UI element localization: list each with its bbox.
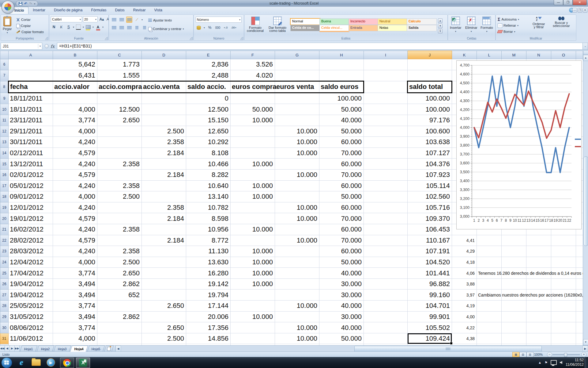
- cell-B31[interactable]: 4,000: [53, 333, 97, 344]
- decrease-decimal-button[interactable]: .00»: [231, 25, 237, 31]
- row-header-12[interactable]: 12: [0, 126, 9, 137]
- column-header-D[interactable]: D: [142, 51, 186, 59]
- cell-M29[interactable]: [502, 311, 526, 322]
- row-header-23[interactable]: 23: [0, 246, 9, 257]
- cell-K27[interactable]: 3,97: [452, 289, 477, 301]
- cell-I11[interactable]: [364, 115, 408, 126]
- cell-J21[interactable]: 106.453: [408, 224, 452, 235]
- cell-G18[interactable]: [275, 191, 319, 202]
- cell-O24[interactable]: [551, 257, 576, 268]
- cell-H21[interactable]: 60.000: [319, 224, 364, 235]
- sheet-tab-hoja3[interactable]: Hoja3: [53, 346, 71, 352]
- cell-A27[interactable]: 19/04/2012: [9, 289, 53, 301]
- font-name-select[interactable]: Calibri▾: [51, 16, 82, 22]
- tab-revisar[interactable]: Revisar: [129, 7, 150, 14]
- cell-B22[interactable]: 4,579: [53, 235, 97, 246]
- cell-K26[interactable]: 3,88: [452, 278, 477, 289]
- cell-B9[interactable]: [53, 93, 97, 104]
- wrap-text-button[interactable]: Ajustar texto: [148, 17, 184, 23]
- expand-formula-bar-icon[interactable]: ⌄: [582, 43, 588, 50]
- cell-I17[interactable]: [364, 180, 408, 191]
- cell-G14[interactable]: 10.000: [275, 148, 319, 159]
- cell-D27[interactable]: [142, 289, 186, 301]
- cell-style-entrada[interactable]: Entrada: [349, 25, 379, 31]
- column-header-J[interactable]: J: [408, 51, 452, 59]
- cell-H26[interactable]: 30.000: [319, 278, 364, 289]
- column-header-G[interactable]: G: [275, 51, 319, 59]
- cell-E26[interactable]: 19.142: [186, 278, 231, 289]
- cell-M22[interactable]: [502, 235, 526, 246]
- cell-J26[interactable]: 96.882: [408, 278, 452, 289]
- align-right-icon[interactable]: [126, 25, 132, 31]
- cell-D6[interactable]: [142, 59, 186, 70]
- column-header-L[interactable]: L: [477, 51, 502, 59]
- doc-close-button[interactable]: ✕: [583, 8, 587, 13]
- row-header-20[interactable]: 20: [0, 213, 9, 224]
- cell-H11[interactable]: 40.000: [319, 115, 364, 126]
- cell-F25[interactable]: 10.000: [231, 268, 275, 279]
- cell-H31[interactable]: 50.000: [319, 333, 364, 344]
- cell-F31[interactable]: [231, 333, 275, 344]
- cell-D8[interactable]: accio.venta: [142, 81, 186, 93]
- find-select-button[interactable]: Buscar y seleccionar: [552, 16, 571, 28]
- styles-scroll-down-icon[interactable]: ▾: [438, 24, 443, 28]
- cell-F27[interactable]: [231, 289, 275, 301]
- cell-A19[interactable]: 12/01/2012: [9, 202, 53, 213]
- cell-J19[interactable]: 105.716: [408, 202, 452, 213]
- cell-J12[interactable]: 100.600: [408, 126, 452, 137]
- cell-B21[interactable]: 4,240: [53, 224, 97, 235]
- cell-H10[interactable]: 50.000: [319, 104, 364, 115]
- cell-A14[interactable]: 02/12/2011: [9, 148, 53, 159]
- page-layout-view-icon[interactable]: ▤: [519, 352, 526, 357]
- cell-H6[interactable]: [319, 59, 364, 70]
- cell-J13[interactable]: 103.638: [408, 137, 452, 148]
- cell-O28[interactable]: [551, 301, 576, 312]
- cell-C10[interactable]: 12.500: [97, 104, 142, 115]
- cell-G20[interactable]: 10.000: [275, 213, 319, 224]
- cell-G12[interactable]: 10.000: [275, 126, 319, 137]
- cell-I27[interactable]: [364, 289, 408, 301]
- cell-M26[interactable]: [502, 278, 526, 289]
- align-left-icon[interactable]: [111, 25, 117, 31]
- cell-A9[interactable]: 18/11/2011: [9, 93, 53, 104]
- select-all-corner[interactable]: [0, 51, 9, 59]
- cell-B29[interactable]: 3,494: [53, 311, 97, 322]
- cell-E25[interactable]: 16.280: [186, 268, 231, 279]
- cell-F23[interactable]: 10.000: [231, 246, 275, 257]
- cell-K25[interactable]: 4,06: [452, 268, 477, 279]
- cell-I18[interactable]: [364, 191, 408, 202]
- row-header-27[interactable]: 27: [0, 289, 9, 301]
- cell-J23[interactable]: 107.191: [408, 246, 452, 257]
- cell-F18[interactable]: 10.000: [231, 191, 275, 202]
- cell-H23[interactable]: 60.000: [319, 246, 364, 257]
- cell-B14[interactable]: 4,579: [53, 148, 97, 159]
- cell-style-celda-de-co-[interactable]: Celda de co...: [290, 25, 320, 31]
- cell-D28[interactable]: 2.650: [142, 301, 186, 312]
- cell-M28[interactable]: [502, 301, 526, 312]
- row-header-24[interactable]: 24: [0, 257, 9, 268]
- cell-A28[interactable]: 25/05/2012: [9, 301, 53, 312]
- cell-C12[interactable]: [97, 126, 142, 137]
- row-header-30[interactable]: 30: [0, 322, 9, 333]
- cell-A31[interactable]: 11/06/2012: [9, 333, 53, 344]
- cell-H27[interactable]: 30.000: [319, 289, 364, 301]
- cell-style-incorrecto[interactable]: Incorrecto: [349, 18, 379, 25]
- cell-L25[interactable]: Tenemos 16.280 derechos de dividendos a …: [477, 268, 502, 279]
- row-header-17[interactable]: 17: [0, 180, 9, 191]
- row-header-19[interactable]: 19: [0, 202, 9, 213]
- cell-E14[interactable]: 8.108: [186, 148, 231, 159]
- cell-E16[interactable]: 8.282: [186, 169, 231, 180]
- cell-D20[interactable]: 2.184: [142, 213, 186, 224]
- cell-G24[interactable]: [275, 257, 319, 268]
- cell-C28[interactable]: [97, 301, 142, 312]
- cell-G8[interactable]: euros venta: [275, 81, 319, 93]
- scroll-down-icon[interactable]: ▼: [583, 339, 588, 345]
- italic-button[interactable]: K: [58, 24, 64, 30]
- last-sheet-icon[interactable]: ▶▶: [15, 346, 20, 352]
- network-icon[interactable]: [551, 360, 557, 365]
- cell-H14[interactable]: 70.000: [319, 148, 364, 159]
- cell-A15[interactable]: 13/12/2011: [9, 159, 53, 170]
- cell-K30[interactable]: 4,22: [452, 322, 477, 333]
- cell-F26[interactable]: 10.000: [231, 278, 275, 289]
- cell-J18[interactable]: 102.560: [408, 191, 452, 202]
